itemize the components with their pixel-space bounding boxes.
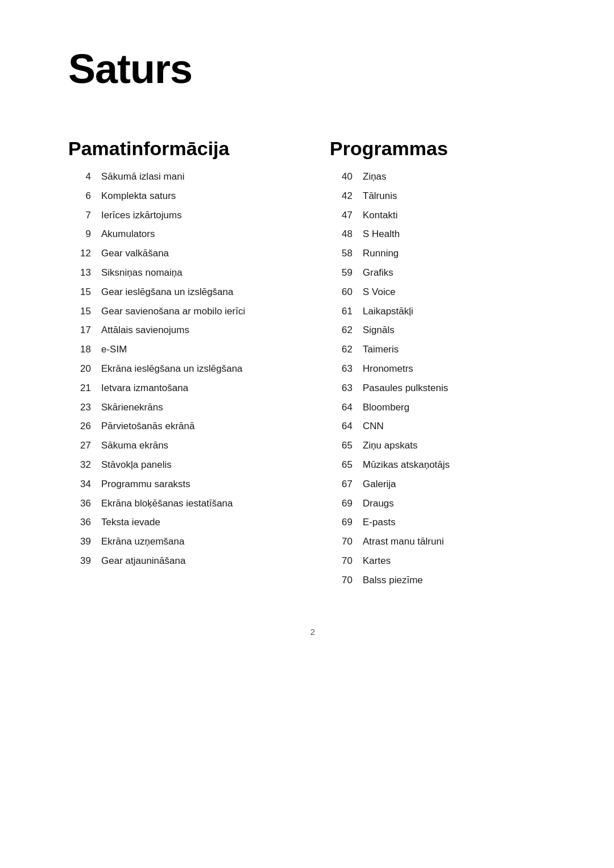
toc-entry-number: 64 [330,401,352,414]
toc-entry-label: Stāvokļa panelis [101,458,172,472]
section-programmas: Programmas40Ziņas42Tālrunis47Kontakti48S… [330,138,557,593]
toc-entry-label: Kontakti [363,209,397,222]
toc-entry-number: 36 [68,516,91,529]
toc-entry: 62Taimeris [330,343,557,356]
toc-entry: 4Sākumā izlasi mani [68,170,296,184]
toc-entry: 69E-pasts [330,516,557,529]
toc-entry-label: Siksniņas nomaiņa [101,266,182,280]
toc-entry-label: Ziņas [363,170,387,184]
toc-entry-number: 69 [330,516,352,529]
toc-entry-label: Pārvietošanās ekrānā [101,420,194,433]
toc-entry-label: Gear ieslēgšana un izslēgšana [101,285,233,299]
toc-entry-label: S Health [363,227,400,241]
toc-entry: 40Ziņas [330,170,557,184]
toc-entry-number: 34 [68,477,91,491]
toc-entry-label: Draugs [363,497,394,510]
toc-entry-label: Sākumā izlasi mani [101,170,184,184]
toc-entry-label: Akumulators [101,227,155,241]
toc-entry-label: Ekrāna ieslēgšana un izslēgšana [101,362,243,376]
section-pamatinformacija: Pamatinformācija4Sākumā izlasi mani6Komp… [68,138,296,593]
toc-entry-number: 64 [330,420,352,433]
toc-entry-number: 58 [330,247,352,260]
section-heading-pamatinformacija: Pamatinformācija [68,138,296,160]
toc-entry: 63Hronometrs [330,362,557,376]
toc-entry-number: 70 [330,574,352,587]
toc-entry-number: 70 [330,554,352,568]
toc-entry: 21Ietvara izmantošana [68,381,296,395]
toc-entry: 64Bloomberg [330,401,557,414]
toc-entry-label: Ekrāna uzņemšana [101,535,184,549]
toc-entry-label: Tālrunis [363,189,397,203]
toc-entry: 34Programmu saraksts [68,477,296,491]
toc-entry-label: Laikapstākļi [363,305,413,318]
toc-entry: 42Tālrunis [330,189,557,203]
toc-entry-number: 40 [330,170,352,184]
toc-entry-number: 36 [68,497,91,510]
toc-entry-label: Attālais savienojums [101,323,189,337]
toc-entry-label: Signāls [363,323,395,337]
toc-entry: 63Pasaules pulkstenis [330,381,557,395]
toc-entry: 23Skārienekrāns [68,401,296,414]
toc-entry: 48S Health [330,227,557,241]
toc-entry-label: Atrast manu tālruni [363,535,444,549]
toc-entry: 36Ekrāna bloķēšanas iestatīšana [68,497,296,510]
toc-entry: 47Kontakti [330,209,557,222]
toc-entry-number: 69 [330,497,352,510]
toc-entry-number: 39 [68,554,91,568]
toc-entry-number: 67 [330,477,352,491]
toc-entry: 17Attālais savienojums [68,323,296,337]
toc-entry-label: Running [363,247,399,260]
toc-entry-number: 7 [68,209,91,222]
toc-entry-number: 9 [68,227,91,241]
toc-entry-number: 32 [68,458,91,472]
toc-entry-label: Ietvara izmantošana [101,381,188,395]
toc-entry-number: 65 [330,439,352,452]
toc-entry-number: 18 [68,343,91,356]
toc-entry-label: Ierīces izkārtojums [101,209,182,222]
toc-entry-label: Gear savienošana ar mobilo ierīci [101,305,245,318]
toc-entry-number: 70 [330,535,352,549]
toc-entry: 65Mūzikas atskaņotājs [330,458,557,472]
toc-entry-number: 47 [330,209,352,222]
toc-entry-number: 27 [68,439,91,452]
toc-entry: 59Grafiks [330,266,557,280]
page-title: Saturs [68,45,557,92]
toc-entry-label: e-SIM [101,343,127,356]
toc-entry-label: Galerija [363,477,396,491]
toc-entry: 7Ierīces izkārtojums [68,209,296,222]
toc-entry: 39Ekrāna uzņemšana [68,535,296,549]
toc-entry-label: Sākuma ekrāns [101,439,168,452]
toc-entry: 70Kartes [330,554,557,568]
toc-entry-number: 20 [68,362,91,376]
toc-entry-number: 63 [330,362,352,376]
toc-entry-number: 15 [68,285,91,299]
toc-entry-label: Programmu saraksts [101,477,190,491]
toc-entry-number: 59 [330,266,352,280]
toc-entry: 60S Voice [330,285,557,299]
toc-entry-number: 62 [330,343,352,356]
toc-entry-number: 12 [68,247,91,260]
toc-entry-number: 61 [330,305,352,318]
toc-entry-label: S Voice [363,285,396,299]
toc-entry-label: Balss piezīme [363,574,423,587]
toc-entry: 15Gear ieslēgšana un izslēgšana [68,285,296,299]
toc-entry: 61Laikapstākļi [330,305,557,318]
toc-entry-number: 48 [330,227,352,241]
toc-entry-number: 17 [68,323,91,337]
toc-entry-number: 23 [68,401,91,414]
toc-entry: 15Gear savienošana ar mobilo ierīci [68,305,296,318]
toc-entry: 70Atrast manu tālruni [330,535,557,549]
toc-entry: 13Siksniņas nomaiņa [68,266,296,280]
toc-entry-label: Ekrāna bloķēšanas iestatīšana [101,497,233,510]
toc-entry-number: 6 [68,189,91,203]
toc-entry-label: Gear atjaunināšana [101,554,185,568]
toc-entry-label: Teksta ievade [101,516,160,529]
toc-entry: 20Ekrāna ieslēgšana un izslēgšana [68,362,296,376]
toc-entry: 67Galerija [330,477,557,491]
toc-entry: 32Stāvokļa panelis [68,458,296,472]
toc-entry-number: 42 [330,189,352,203]
toc-entry-label: Grafiks [363,266,393,280]
toc-entry: 70Balss piezīme [330,574,557,587]
toc-entry-number: 4 [68,170,91,184]
toc-entry-label: Hronometrs [363,362,413,376]
